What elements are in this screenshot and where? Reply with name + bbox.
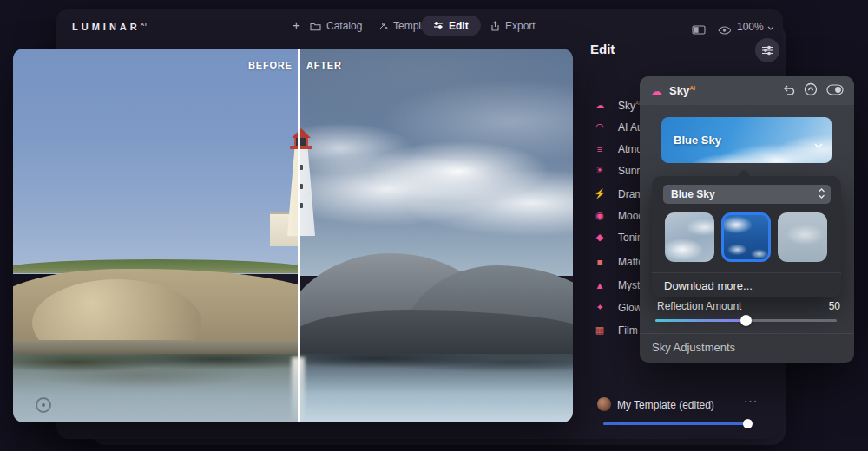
tab-catalog-label: Catalog <box>326 20 362 32</box>
reflection-amount-slider[interactable] <box>655 319 837 322</box>
luminar-logo: LUMINARAI <box>72 22 148 32</box>
lighthouse <box>273 128 329 276</box>
add-photos-button[interactable]: + <box>293 17 300 32</box>
divider <box>640 333 854 334</box>
sky-panel-title: Sky <box>669 84 689 97</box>
film-grain-icon: ▦ <box>593 324 607 336</box>
updown-chevrons-icon <box>818 186 825 202</box>
edit-panel-title: Edit <box>590 42 615 56</box>
logo-text: LUMINAR <box>72 22 141 32</box>
chevron-down-icon <box>814 136 823 152</box>
template-amount-slider[interactable] <box>603 422 753 425</box>
sky-category-value: Blue Sky <box>671 188 715 200</box>
reflection-amount-value: 50 <box>829 300 840 312</box>
sky-panel-title-sup: AI <box>689 85 695 91</box>
share-icon <box>490 21 500 31</box>
undo-icon[interactable] <box>782 83 795 99</box>
glow-icon: ✦ <box>593 302 607 313</box>
sky-adjustments-section[interactable]: Sky Adjustments <box>652 341 735 354</box>
layers-icon: ≡ <box>593 144 607 154</box>
cloud-icon: ☁ <box>650 84 662 98</box>
tool-label-glow: Glow <box>618 302 641 314</box>
art-after-water <box>299 354 573 422</box>
tab-export-label: Export <box>505 20 536 32</box>
sky-preset-thumbnail-3[interactable] <box>778 212 827 262</box>
sliders-icon <box>433 20 444 32</box>
sun-icon: ☀ <box>593 165 607 176</box>
photo-canvas[interactable]: BEFORE AFTER <box>13 49 573 422</box>
tab-edit-label: Edit <box>449 20 469 32</box>
sky-category-select[interactable]: Blue Sky <box>663 185 831 204</box>
compare-view-button[interactable] <box>692 23 706 38</box>
mystical-icon: ▲ <box>593 280 607 291</box>
folder-icon <box>310 22 321 31</box>
before-after-divider[interactable] <box>298 49 300 422</box>
mood-icon: ◉ <box>593 210 607 221</box>
divider <box>652 272 841 273</box>
lighthouse-lantern <box>294 138 308 146</box>
template-thumbnail <box>597 397 611 411</box>
download-more-link[interactable]: Download more... <box>664 279 753 292</box>
reflection-slider-thumb[interactable] <box>740 315 752 326</box>
after-label: AFTER <box>306 60 342 70</box>
tab-catalog[interactable]: Catalog <box>310 20 362 32</box>
logo-sup: AI <box>141 22 148 27</box>
chevron-down-icon <box>767 21 774 33</box>
lighthouse-roof <box>292 128 311 138</box>
wand-icon <box>378 21 388 31</box>
bolt-icon: ⚡ <box>593 188 607 199</box>
before-image <box>13 49 299 422</box>
visibility-toggle-icon[interactable] <box>826 83 844 99</box>
template-name: My Template (edited) <box>617 399 714 411</box>
zoom-level-value: 100% <box>737 21 764 33</box>
art-before-water <box>13 354 299 422</box>
template-slider-fill <box>603 422 747 425</box>
panel-settings-button[interactable] <box>755 38 779 62</box>
tool-label-sky: Sky <box>618 100 635 112</box>
art-before-sky <box>13 49 299 274</box>
sky-preset-thumbnail-2-selected[interactable] <box>721 212 771 262</box>
dome-icon: ◠ <box>593 121 607 133</box>
art-after-sky <box>299 49 573 276</box>
before-label: BEFORE <box>248 60 293 70</box>
eye-icon[interactable] <box>718 23 731 38</box>
toning-icon: ◆ <box>593 232 607 243</box>
tool-label-atmosphere: Atmo <box>618 143 642 155</box>
watermark-icon <box>36 397 51 413</box>
sky-selection-button[interactable]: Blue Sky <box>661 117 832 163</box>
lighthouse-gallery <box>290 146 312 149</box>
cloud-icon: ☁ <box>593 100 607 111</box>
template-slider-thumb[interactable] <box>743 419 753 428</box>
sky-preset-thumbnail-1[interactable] <box>665 212 714 262</box>
zoom-level-dropdown[interactable]: 100% <box>737 21 774 33</box>
tab-edit[interactable]: Edit <box>421 16 481 36</box>
template-menu-button[interactable]: ··· <box>744 394 758 407</box>
selected-sky-label: Blue Sky <box>674 134 721 147</box>
tool-label-mystical: Mysti <box>618 279 642 291</box>
tab-export[interactable]: Export <box>490 20 536 32</box>
reflection-slider-fill <box>655 319 746 322</box>
lighthouse-tower <box>287 149 315 236</box>
dropdown-caret <box>737 170 752 185</box>
reset-icon[interactable] <box>804 82 818 100</box>
art-after-rock-foreground <box>299 310 573 358</box>
sky-dropdown-panel: Blue Sky Download more... <box>652 176 841 297</box>
sky-ai-panel: ☁ SkyAI Blue Sky Blue Sky Download more.… <box>640 76 854 363</box>
after-image <box>299 49 573 422</box>
matte-icon: ■ <box>593 257 607 267</box>
reflection-amount-label: Reflection Amount <box>657 300 741 312</box>
sky-panel-header: ☁ SkyAI <box>640 76 854 105</box>
